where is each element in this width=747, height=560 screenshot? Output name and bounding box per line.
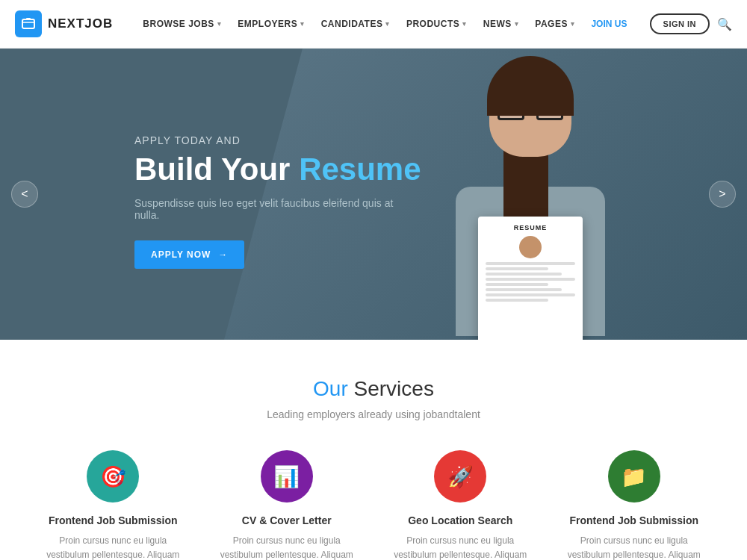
service-icon: 📁	[608, 450, 660, 503]
service-item: 🎯 Frontend Job Submission Proin cursus n…	[37, 450, 189, 560]
hero-title: Build Your Resume	[134, 152, 421, 187]
resume-line-7	[486, 293, 575, 296]
nav-products[interactable]: Products ▾	[399, 13, 474, 35]
person-figure: RESUME	[411, 52, 650, 336]
service-item: 🚀 Geo Location Search Proin cursus nunc …	[385, 450, 536, 560]
person-hair	[487, 56, 574, 116]
service-item: 📁 Frontend Job Submission Proin cursus n…	[559, 450, 710, 560]
service-description: Proin cursus nunc eu ligula vestibulum p…	[211, 534, 363, 560]
resume-photo	[519, 236, 542, 258]
services-grid: 🎯 Frontend Job Submission Proin cursus n…	[37, 450, 710, 560]
chevron-down-icon: ▾	[217, 20, 222, 28]
hero-title-accent: Resume	[299, 152, 421, 187]
resume-line-1	[486, 262, 575, 265]
chevron-left-icon: <	[21, 187, 28, 201]
chevron-down-icon: ▾	[462, 20, 467, 28]
header: NEXTJOB Browse Jobs ▾ Employers ▾ Candid…	[0, 0, 747, 49]
hero-content: Apply Today And Build Your Resume Suspen…	[0, 119, 421, 269]
search-icon[interactable]: 🔍	[717, 17, 732, 31]
chevron-down-icon: ▾	[571, 20, 575, 28]
chevron-down-icon: ▾	[300, 20, 305, 28]
hero-description: Suspendisse quis leo eget velit faucibus…	[134, 197, 418, 221]
hero-section: RESUME Apply Today And Build Your Resume…	[0, 49, 747, 340]
resume-line-2	[486, 267, 548, 270]
resume-line-5	[486, 283, 548, 286]
carousel-next-button[interactable]: >	[709, 181, 736, 208]
resume-title: RESUME	[486, 224, 575, 231]
apply-now-button[interactable]: Apply Now →	[134, 240, 244, 269]
service-description: Proin cursus nunc eu ligula vestibulum p…	[559, 534, 710, 560]
svg-rect-1	[26, 18, 31, 20]
service-icon: 🎯	[87, 450, 139, 503]
resume-line-4	[486, 278, 575, 281]
hero-subtitle: Apply Today And	[134, 134, 421, 146]
chevron-down-icon: ▾	[385, 20, 390, 28]
service-icon: 📊	[261, 450, 313, 503]
svg-rect-0	[22, 19, 34, 28]
logo[interactable]: NEXTJOB	[15, 10, 113, 37]
service-name: CV & Cover Letter	[211, 514, 363, 526]
service-name: Frontend Job Submission	[559, 514, 710, 526]
chevron-down-icon: ▾	[515, 20, 519, 28]
resume-card: RESUME	[478, 217, 583, 340]
service-name: Geo Location Search	[385, 514, 536, 526]
logo-text: NEXTJOB	[48, 16, 113, 31]
services-section: Our Services Leading employers already u…	[0, 340, 747, 560]
service-item: 📊 CV & Cover Letter Proin cursus nunc eu…	[211, 450, 363, 560]
hero-title-white: Build Your	[134, 152, 290, 187]
nav-join-us[interactable]: Join Us	[583, 13, 634, 35]
services-subtitle: Leading employers already using jobandta…	[30, 408, 717, 420]
service-description: Proin cursus nunc eu ligula vestibulum p…	[37, 534, 189, 560]
service-icon: 🚀	[434, 450, 486, 503]
nav-candidates[interactable]: Candidates ▾	[314, 13, 397, 35]
service-name: Frontend Job Submission	[37, 514, 189, 526]
logo-icon	[15, 10, 42, 37]
carousel-prev-button[interactable]: <	[11, 181, 38, 208]
nav-browse-jobs[interactable]: Browse Jobs ▾	[135, 13, 229, 35]
resume-line-3	[486, 273, 562, 276]
resume-line-8	[486, 299, 548, 302]
signin-button[interactable]: Sign In	[650, 13, 710, 34]
arrow-right-icon: →	[218, 249, 228, 260]
nav-employers[interactable]: Employers ▾	[230, 13, 311, 35]
service-description: Proin cursus nunc eu ligula vestibulum p…	[385, 534, 536, 560]
nav-pages[interactable]: Pages ▾	[527, 13, 582, 35]
services-title-accent: Our	[313, 377, 348, 400]
resume-line-6	[486, 288, 562, 291]
chevron-right-icon: >	[719, 187, 725, 201]
main-nav: Browse Jobs ▾ Employers ▾ Candidates ▾ P…	[135, 13, 649, 35]
services-title-rest: Services	[354, 377, 434, 400]
nav-news[interactable]: News ▾	[476, 13, 527, 35]
services-title: Our Services	[30, 377, 717, 401]
